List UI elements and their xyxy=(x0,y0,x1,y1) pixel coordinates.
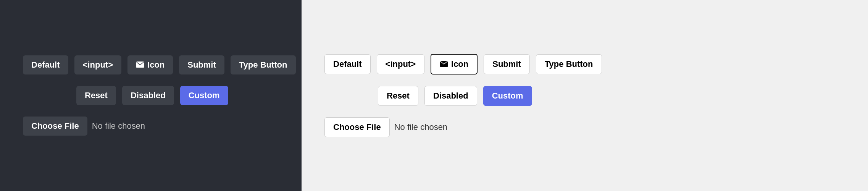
dark-reset-button[interactable]: Reset xyxy=(76,86,116,105)
dark-row-2: Reset Disabled Custom xyxy=(23,86,279,105)
light-type-button[interactable]: Type Button xyxy=(536,54,602,74)
dark-custom-button[interactable]: Custom xyxy=(180,86,228,105)
light-disabled-button[interactable]: Disabled xyxy=(424,86,477,106)
dark-submit-button[interactable]: Submit xyxy=(179,55,224,74)
light-submit-button[interactable]: Submit xyxy=(484,54,530,74)
light-panel: Default <input> Icon Submit Type Button … xyxy=(302,0,868,191)
dark-no-file-label: No file chosen xyxy=(92,121,145,131)
mail-icon-light xyxy=(440,59,448,69)
dark-disabled-button[interactable]: Disabled xyxy=(122,86,174,105)
dark-icon-button[interactable]: Icon xyxy=(127,55,173,74)
light-default-button[interactable]: Default xyxy=(324,54,371,74)
dark-file-row: Choose File No file chosen xyxy=(23,117,279,136)
light-icon-label: Icon xyxy=(451,59,468,69)
dark-default-button[interactable]: Default xyxy=(23,55,68,74)
light-choose-file-button[interactable]: Choose File xyxy=(324,117,390,137)
light-reset-button[interactable]: Reset xyxy=(378,86,418,106)
light-row-1: Default <input> Icon Submit Type Button xyxy=(324,54,845,74)
dark-type-button[interactable]: Type Button xyxy=(231,55,296,74)
light-no-file-label: No file chosen xyxy=(394,122,447,132)
dark-row-1: Default <input> Icon Submit Type Button xyxy=(23,55,279,74)
dark-choose-file-button[interactable]: Choose File xyxy=(23,117,87,136)
dark-input-button[interactable]: <input> xyxy=(74,55,121,74)
dark-icon-label: Icon xyxy=(147,60,165,70)
mail-icon xyxy=(136,60,144,70)
light-input-button[interactable]: <input> xyxy=(377,54,424,74)
light-custom-button[interactable]: Custom xyxy=(483,86,532,106)
dark-panel: Default <input> Icon Submit Type Button … xyxy=(0,0,302,191)
light-row-2: Reset Disabled Custom xyxy=(324,86,845,106)
light-file-row: Choose File No file chosen xyxy=(324,117,845,137)
light-icon-button[interactable]: Icon xyxy=(431,54,478,74)
